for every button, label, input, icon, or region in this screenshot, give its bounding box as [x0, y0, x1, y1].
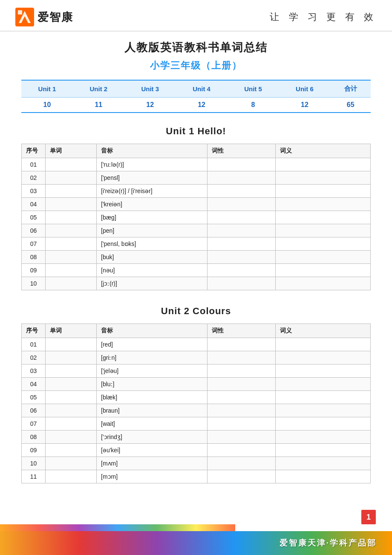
summary-th-unit6: Unit 6 — [279, 80, 330, 98]
table-row: 05[bæg] — [22, 211, 371, 224]
table-cell: 06 — [22, 224, 46, 237]
table-row: 08['ɔrindʒ] — [22, 431, 371, 444]
table-cell — [208, 470, 276, 483]
table-cell: ['pensl] — [97, 171, 208, 185]
page-number-box: 1 — [361, 510, 376, 524]
table-cell: [mʌm] — [97, 457, 208, 470]
unit2-th-pos: 词性 — [208, 324, 276, 338]
table-cell — [276, 277, 371, 290]
table-cell — [208, 237, 276, 251]
table-row: 07['pensl, bɒks] — [22, 237, 371, 251]
summary-table-wrap: Unit 1 Unit 2 Unit 3 Unit 4 Unit 5 Unit … — [21, 80, 371, 113]
table-cell: [nəu] — [97, 264, 208, 277]
table-cell — [276, 431, 371, 444]
table-cell: 03 — [22, 185, 46, 198]
table-row: 01[red] — [22, 338, 371, 351]
table-cell — [46, 378, 97, 391]
table-cell — [276, 185, 371, 198]
table-cell: [bluː] — [97, 378, 208, 391]
table-cell — [208, 351, 276, 364]
logo-text: 爱智康 — [37, 10, 73, 25]
table-cell: 06 — [22, 404, 46, 417]
table-cell: 10 — [22, 457, 46, 470]
table-cell: 05 — [22, 391, 46, 404]
table-cell: [red] — [97, 338, 208, 351]
table-cell — [276, 417, 371, 431]
table-cell — [46, 457, 97, 470]
table-cell — [276, 158, 371, 171]
logo-area: 爱智康 — [15, 8, 73, 26]
bottom-strip-decoration — [0, 524, 235, 531]
table-cell — [46, 171, 97, 185]
summary-value-row: 10 11 12 12 8 12 65 — [21, 98, 371, 113]
table-cell — [208, 185, 276, 198]
table-cell — [46, 338, 97, 351]
summary-val-unit3: 12 — [124, 98, 176, 113]
main-content: 人教版英语教科书单词总结 小学三年级（上册） Unit 1 Unit 2 Uni… — [0, 32, 392, 524]
table-row: 11[mɔm] — [22, 470, 371, 483]
summary-th-unit1: Unit 1 — [21, 80, 73, 98]
table-cell — [276, 444, 371, 457]
unit2-title: Unit 2 Colours — [21, 306, 371, 317]
logo-icon — [15, 8, 34, 26]
unit2-section: Unit 2 Colours 序号 单词 音标 词性 词义 01[red]02[… — [21, 306, 371, 483]
table-row: 08[buk] — [22, 251, 371, 264]
table-cell — [46, 158, 97, 171]
unit1-table: 序号 单词 音标 词性 词义 01['ruːlə(r)]02['pensl]03… — [21, 144, 371, 290]
table-cell — [208, 391, 276, 404]
table-cell: [əu'kei] — [97, 444, 208, 457]
table-cell — [208, 457, 276, 470]
table-cell: 04 — [22, 198, 46, 211]
subtitle: 小学三年级（上册） — [21, 59, 371, 72]
unit2-th-meaning: 词义 — [276, 324, 371, 338]
table-cell: 05 — [22, 211, 46, 224]
summary-val-unit6: 12 — [279, 98, 330, 113]
table-row: 05[blæk] — [22, 391, 371, 404]
summary-val-unit2: 11 — [73, 98, 124, 113]
table-cell — [276, 171, 371, 185]
svg-rect-3 — [18, 10, 22, 14]
table-cell — [208, 224, 276, 237]
unit2-table: 序号 单词 音标 词性 词义 01[red]02[griːn]03['jeləu… — [21, 324, 371, 483]
table-row: 01['ruːlə(r)] — [22, 158, 371, 171]
header: 爱智康 让 学 习 更 有 效 — [0, 0, 392, 32]
table-cell — [276, 237, 371, 251]
table-cell: [jɔː(r)] — [97, 277, 208, 290]
page-number-area: 1 — [361, 510, 376, 524]
summary-th-unit5: Unit 5 — [228, 80, 279, 98]
unit1-th-meaning: 词义 — [276, 144, 371, 158]
table-cell: ['kreiən] — [97, 198, 208, 211]
table-cell — [208, 198, 276, 211]
table-cell — [46, 277, 97, 290]
table-cell: [i'reizə(r)] / [i'reisər] — [97, 185, 208, 198]
table-cell — [208, 251, 276, 264]
table-cell — [46, 417, 97, 431]
table-cell — [276, 198, 371, 211]
table-cell — [46, 237, 97, 251]
table-cell: [griːn] — [97, 351, 208, 364]
table-cell: ['ɔrindʒ] — [97, 431, 208, 444]
table-cell: 07 — [22, 237, 46, 251]
table-cell — [276, 378, 371, 391]
table-row: 06[braun] — [22, 404, 371, 417]
table-cell: ['ruːlə(r)] — [97, 158, 208, 171]
table-cell: 11 — [22, 470, 46, 483]
table-cell — [276, 251, 371, 264]
table-row: 10[jɔː(r)] — [22, 277, 371, 290]
table-cell — [276, 351, 371, 364]
table-cell: [buk] — [97, 251, 208, 264]
table-cell: 09 — [22, 444, 46, 457]
table-cell: 07 — [22, 417, 46, 431]
summary-val-unit5: 8 — [228, 98, 279, 113]
table-cell — [46, 264, 97, 277]
table-cell: 02 — [22, 171, 46, 185]
unit1-th-phonetic: 音标 — [97, 144, 208, 158]
table-cell — [46, 470, 97, 483]
table-row: 09[nəu] — [22, 264, 371, 277]
table-cell: [blæk] — [97, 391, 208, 404]
table-row: 04[bluː] — [22, 378, 371, 391]
bottom-bar: 爱智康天津·学科产品部 — [0, 531, 392, 555]
table-cell — [46, 211, 97, 224]
summary-th-unit2: Unit 2 — [73, 80, 124, 98]
table-cell — [46, 185, 97, 198]
